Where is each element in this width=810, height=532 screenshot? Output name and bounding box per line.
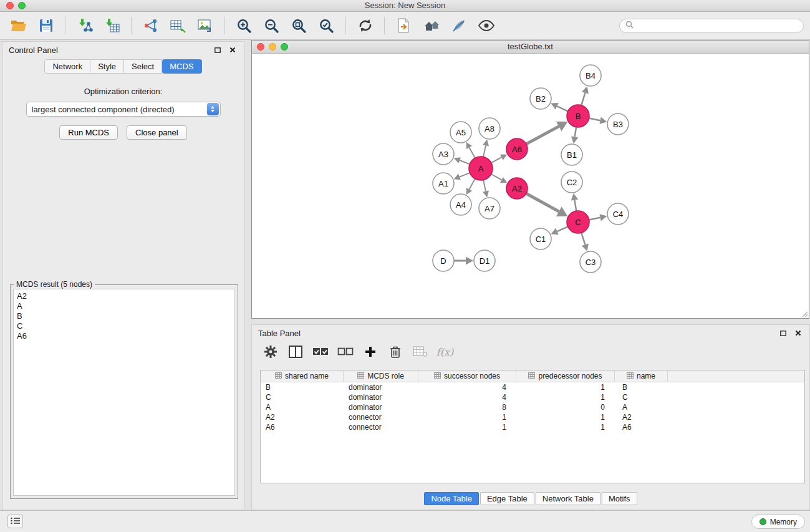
graph-node-D[interactable]: D: [433, 250, 454, 271]
graph-edge-A-A7[interactable]: [483, 180, 486, 191]
graph-node-B4[interactable]: B4: [580, 65, 601, 86]
zoom-out-button[interactable]: [259, 14, 284, 37]
style-brush-button[interactable]: [446, 14, 471, 37]
graph-edge-C-C4[interactable]: [589, 218, 600, 220]
search-input[interactable]: [637, 21, 798, 30]
graph-edge-B-B3[interactable]: [589, 118, 600, 121]
graph-edge-A-A1[interactable]: [460, 173, 470, 177]
select-all-rows-button[interactable]: [309, 342, 331, 361]
home-button[interactable]: [419, 14, 443, 37]
float-panel-icon[interactable]: [213, 45, 223, 55]
graph-node-D1[interactable]: D1: [474, 250, 495, 271]
graph-edge-A-A4[interactable]: [470, 179, 475, 190]
table-row[interactable]: A2connector11A2: [261, 412, 804, 422]
graph-edge-A-A5[interactable]: [470, 148, 475, 158]
column-header-predecessor-nodes[interactable]: predecessor nodes: [516, 370, 615, 382]
resize-grip-icon[interactable]: [801, 310, 808, 317]
table-settings-button[interactable]: [259, 342, 281, 361]
show-graphics-details-button[interactable]: [474, 14, 498, 37]
network-close-button[interactable]: [257, 43, 264, 51]
graph-node-A7[interactable]: A7: [479, 198, 500, 219]
tab-select[interactable]: Select: [124, 59, 162, 74]
graph-node-A8[interactable]: A8: [479, 118, 500, 139]
result-item[interactable]: C: [17, 321, 231, 331]
tab-mcds[interactable]: MCDS: [162, 59, 201, 74]
graph-node-B2[interactable]: B2: [530, 88, 551, 109]
graph-node-C2[interactable]: C2: [561, 172, 582, 193]
graph-edge-C-C3[interactable]: [581, 233, 585, 244]
graph-node-A5[interactable]: A5: [450, 122, 471, 143]
graph-node-C3[interactable]: C3: [580, 251, 601, 273]
column-header-name[interactable]: name: [615, 370, 668, 382]
tab-edge-table[interactable]: Edge Table: [480, 492, 534, 505]
graph-node-B3[interactable]: B3: [607, 114, 629, 135]
graph-node-C[interactable]: C: [567, 211, 589, 233]
run-mcds-button[interactable]: Run MCDS: [59, 125, 118, 140]
open-session-button[interactable]: [6, 14, 31, 37]
tab-node-table[interactable]: Node Table: [424, 492, 479, 505]
zoom-window-button[interactable]: [18, 2, 26, 9]
graph-edge-A6-B[interactable]: [526, 127, 559, 144]
tab-network[interactable]: Network: [44, 59, 90, 74]
graph-edge-C-C1[interactable]: [557, 226, 567, 231]
float-table-panel-icon[interactable]: [778, 328, 788, 338]
graph-edge-B-B4[interactable]: [581, 93, 585, 105]
optimization-criterion-select[interactable]: largest connected component (directed): [26, 102, 221, 117]
table-row[interactable]: Adominator80A: [261, 402, 804, 412]
toggle-column-button[interactable]: [284, 342, 306, 361]
graph-node-A1[interactable]: A1: [433, 173, 454, 194]
graph-edge-B-B2[interactable]: [557, 106, 567, 111]
network-zoom-button[interactable]: [281, 43, 288, 51]
graph-node-A[interactable]: A: [469, 157, 493, 180]
deselect-all-rows-button[interactable]: [334, 342, 356, 361]
delete-column-button[interactable]: [384, 342, 406, 361]
graph-edge-A2-C[interactable]: [526, 193, 559, 211]
import-table-button[interactable]: [100, 14, 124, 37]
memory-button[interactable]: Memory: [751, 515, 805, 529]
zoom-fit-button[interactable]: [287, 14, 311, 37]
close-panel-icon[interactable]: [228, 45, 238, 55]
new-network-button[interactable]: [138, 14, 163, 37]
table-row[interactable]: Bdominator41B: [261, 382, 804, 392]
graph-node-B[interactable]: B: [567, 105, 589, 127]
export-image-button[interactable]: [193, 14, 218, 37]
result-item[interactable]: A6: [17, 331, 231, 341]
graph-edge-A-A6[interactable]: [491, 157, 502, 163]
graph-node-A6[interactable]: A6: [506, 138, 528, 160]
network-minimize-button[interactable]: [269, 43, 276, 51]
tab-network-table[interactable]: Network Table: [536, 492, 600, 505]
create-column-button[interactable]: [359, 342, 381, 361]
result-item[interactable]: B: [17, 311, 231, 321]
table-row[interactable]: A6connector11A6: [261, 422, 804, 432]
save-session-button[interactable]: [34, 14, 58, 37]
tab-style[interactable]: Style: [90, 59, 124, 74]
graph-node-A3[interactable]: A3: [433, 143, 454, 165]
open-session-file-button[interactable]: [392, 14, 416, 37]
graph-node-A4[interactable]: A4: [450, 194, 471, 215]
graph-edge-B-B1[interactable]: [575, 127, 577, 137]
export-table-button[interactable]: [166, 14, 190, 37]
graph-edge-A-A2[interactable]: [491, 174, 502, 180]
graph-edge-C-C2[interactable]: [574, 200, 576, 211]
graph-node-B1[interactable]: B1: [561, 144, 582, 165]
column-header-successor-nodes[interactable]: successor nodes: [418, 370, 516, 382]
tab-motifs[interactable]: Motifs: [602, 492, 637, 505]
column-header-shared-name[interactable]: shared name: [261, 370, 344, 382]
close-window-button[interactable]: [6, 2, 14, 9]
graph-node-C4[interactable]: C4: [607, 203, 629, 225]
graph-edge-A-A3[interactable]: [460, 160, 470, 164]
graph-edge-A-A8[interactable]: [483, 145, 486, 157]
graph-node-C1[interactable]: C1: [530, 228, 551, 249]
refresh-layout-button[interactable]: [353, 14, 377, 37]
zoom-selected-button[interactable]: [314, 14, 339, 37]
close-table-panel-icon[interactable]: [793, 328, 803, 338]
import-network-button[interactable]: [72, 14, 97, 37]
zoom-in-button[interactable]: [232, 14, 256, 37]
task-history-button[interactable]: [7, 515, 23, 528]
result-item[interactable]: A2: [17, 291, 231, 301]
network-canvas[interactable]: B4B2BB3A5A8A6A3AB1C2A1A2A4A7C4CC1C3DD1: [252, 54, 809, 318]
result-item[interactable]: A: [17, 301, 231, 311]
graph-node-A2[interactable]: A2: [506, 178, 528, 199]
close-panel-button[interactable]: Close panel: [127, 125, 187, 140]
column-header-MCDS-role[interactable]: MCDS role: [344, 370, 418, 382]
